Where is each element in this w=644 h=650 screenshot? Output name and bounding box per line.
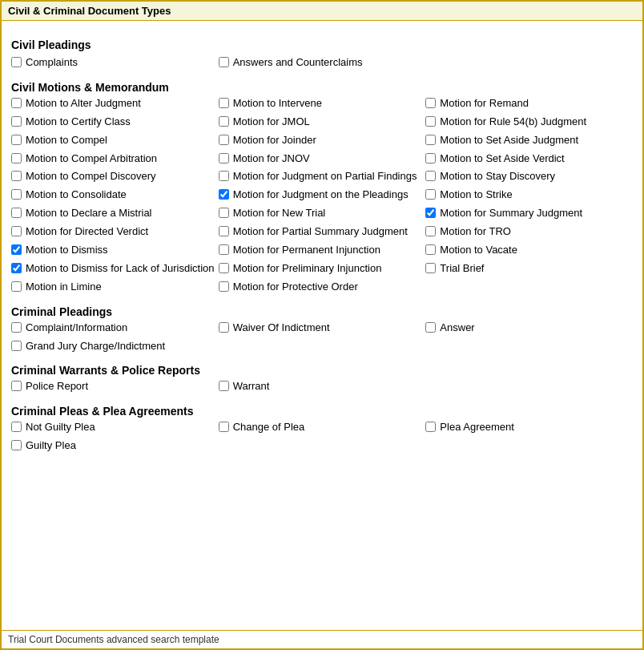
summary-judgment-checkbox[interactable] [425, 208, 436, 218]
list-item: Motion to Set Aside Judgment [425, 134, 633, 147]
alter-judgment-checkbox[interactable] [11, 98, 22, 108]
new-trial-checkbox[interactable] [219, 208, 229, 218]
police-report-checkbox[interactable] [11, 381, 22, 391]
criminal-pleas-col2: Change of Plea [219, 421, 426, 438]
declare-mistrial-label[interactable]: Motion to Declare a Mistrial [26, 207, 152, 220]
not-guilty-plea-label[interactable]: Not Guilty Plea [26, 421, 95, 434]
permanent-injunction-label[interactable]: Motion for Permanent Injunction [233, 244, 380, 257]
consolidate-label[interactable]: Motion to Consolidate [26, 188, 127, 202]
not-guilty-plea-checkbox[interactable] [11, 422, 22, 432]
set-aside-judgment-label[interactable]: Motion to Set Aside Judgment [440, 134, 578, 147]
list-item: Motion to Intervene [219, 97, 426, 111]
jmol-checkbox[interactable] [219, 116, 229, 127]
answers-counterclaims-label[interactable]: Answers and Counterclaims [233, 56, 363, 70]
waiver-indictment-label[interactable]: Waiver Of Indictment [233, 321, 330, 335]
directed-verdict-checkbox[interactable] [11, 226, 22, 236]
trial-brief-label[interactable]: Trial Brief [440, 262, 484, 276]
answer-criminal-checkbox[interactable] [425, 322, 436, 333]
guilty-plea-checkbox[interactable] [11, 440, 22, 450]
trial-brief-checkbox[interactable] [425, 263, 436, 273]
preliminary-injunction-checkbox[interactable] [219, 263, 229, 273]
preliminary-injunction-label[interactable]: Motion for Preliminary Injunction [233, 262, 382, 276]
guilty-plea-label[interactable]: Guilty Plea [26, 439, 76, 453]
compel-arbitration-label[interactable]: Motion to Compel Arbitration [26, 152, 157, 166]
tro-checkbox[interactable] [425, 226, 436, 236]
new-trial-label[interactable]: Motion for New Trial [233, 207, 326, 220]
dismiss-checkbox[interactable] [11, 244, 22, 255]
set-aside-verdict-checkbox[interactable] [425, 153, 436, 164]
change-of-plea-checkbox[interactable] [219, 422, 229, 432]
vacate-label[interactable]: Motion to Vacate [440, 244, 517, 257]
judgment-pleadings-label[interactable]: Motion for Judgment on the Pleadings [233, 188, 409, 202]
police-report-label[interactable]: Police Report [26, 380, 88, 394]
stay-discovery-label[interactable]: Motion to Stay Discovery [440, 170, 555, 184]
partial-summary-judgment-checkbox[interactable] [219, 226, 229, 236]
set-aside-judgment-checkbox[interactable] [425, 135, 436, 145]
certify-class-checkbox[interactable] [11, 116, 22, 127]
complaints-label[interactable]: Complaints [26, 56, 78, 70]
in-limine-label[interactable]: Motion in Limine [26, 281, 102, 294]
compel-discovery-label[interactable]: Motion to Compel Discovery [26, 170, 156, 184]
criminal-pleas-col3: Plea Agreement [425, 421, 633, 438]
strike-label[interactable]: Motion to Strike [440, 188, 512, 202]
change-of-plea-label[interactable]: Change of Plea [233, 421, 305, 434]
complaint-information-label[interactable]: Complaint/Information [26, 321, 127, 335]
protective-order-label[interactable]: Motion for Protective Order [233, 281, 358, 294]
joinder-label[interactable]: Motion for Joinder [233, 134, 316, 147]
plea-agreement-label[interactable]: Plea Agreement [440, 421, 514, 434]
grand-jury-label[interactable]: Grand Jury Charge/Indictment [26, 340, 165, 353]
list-item: Motion to Compel [11, 134, 219, 147]
answers-counterclaims-checkbox[interactable] [219, 57, 229, 67]
intervene-label[interactable]: Motion to Intervene [233, 97, 322, 111]
vacate-checkbox[interactable] [425, 244, 436, 255]
alter-judgment-label[interactable]: Motion to Alter Judgment [26, 97, 141, 111]
list-item: Motion for Rule 54(b) Judgment [425, 115, 633, 129]
complaints-checkbox[interactable] [11, 57, 22, 67]
dismiss-label[interactable]: Motion to Dismiss [26, 244, 108, 257]
set-aside-verdict-label[interactable]: Motion to Set Aside Verdict [440, 152, 564, 166]
judgment-partial-findings-label[interactable]: Motion for Judgment on Partial Findings [233, 170, 417, 184]
jnov-label[interactable]: Motion for JNOV [233, 152, 310, 166]
consolidate-checkbox[interactable] [11, 189, 22, 200]
jnov-checkbox[interactable] [219, 153, 229, 164]
complaint-information-checkbox[interactable] [11, 322, 22, 333]
grand-jury-checkbox[interactable] [11, 341, 22, 351]
plea-agreement-checkbox[interactable] [425, 422, 436, 432]
in-limine-checkbox[interactable] [11, 281, 22, 292]
directed-verdict-label[interactable]: Motion for Directed Verdict [26, 225, 148, 239]
certify-class-label[interactable]: Motion to Certify Class [26, 115, 131, 129]
compel-label[interactable]: Motion to Compel [26, 134, 107, 147]
rule54b-checkbox[interactable] [425, 116, 436, 127]
list-item: Motion for Permanent Injunction [219, 244, 426, 257]
list-item: Motion for TRO [425, 225, 633, 239]
compel-checkbox[interactable] [11, 135, 22, 145]
criminal-pleadings-section: Complaint/Information Grand Jury Charge/… [11, 321, 633, 357]
jmol-label[interactable]: Motion for JMOL [233, 115, 310, 129]
warrant-label[interactable]: Warrant [233, 380, 270, 394]
list-item: Motion to Certify Class [11, 115, 219, 129]
list-item: Not Guilty Plea [11, 421, 219, 434]
warrant-checkbox[interactable] [219, 381, 229, 391]
dismiss-lack-jurisdiction-label[interactable]: Motion to Dismiss for Lack of Jurisdicti… [26, 262, 215, 276]
judgment-pleadings-checkbox[interactable] [219, 189, 229, 200]
remand-checkbox[interactable] [425, 98, 436, 108]
permanent-injunction-checkbox[interactable] [219, 244, 229, 255]
dismiss-lack-jurisdiction-checkbox[interactable] [11, 263, 22, 273]
protective-order-checkbox[interactable] [219, 281, 229, 292]
joinder-checkbox[interactable] [219, 135, 229, 145]
tro-label[interactable]: Motion for TRO [440, 225, 511, 239]
remand-label[interactable]: Motion for Remand [440, 97, 529, 111]
summary-judgment-label[interactable]: Motion for Summary Judgment [440, 207, 582, 220]
list-item: Motion to Vacate [425, 244, 633, 257]
partial-summary-judgment-label[interactable]: Motion for Partial Summary Judgment [233, 225, 408, 239]
intervene-checkbox[interactable] [219, 98, 229, 108]
rule54b-label[interactable]: Motion for Rule 54(b) Judgment [440, 115, 586, 129]
compel-discovery-checkbox[interactable] [11, 171, 22, 181]
compel-arbitration-checkbox[interactable] [11, 153, 22, 164]
answer-criminal-label[interactable]: Answer [440, 321, 474, 335]
declare-mistrial-checkbox[interactable] [11, 208, 22, 218]
waiver-indictment-checkbox[interactable] [219, 322, 229, 333]
strike-checkbox[interactable] [425, 189, 436, 200]
judgment-partial-findings-checkbox[interactable] [219, 171, 229, 181]
stay-discovery-checkbox[interactable] [425, 171, 436, 181]
